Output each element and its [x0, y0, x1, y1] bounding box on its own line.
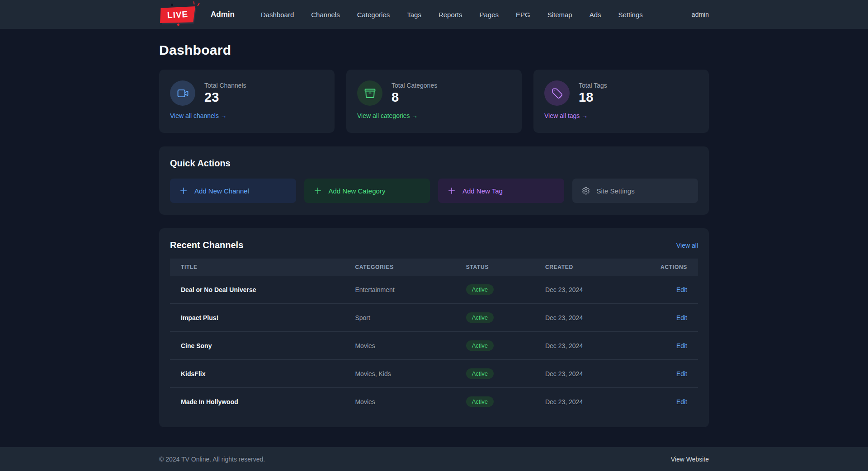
stats-grid: Total Channels 23 View all channels → To…	[159, 70, 709, 133]
quick-action-label: Site Settings	[597, 187, 635, 195]
nav-channels[interactable]: Channels	[311, 11, 340, 19]
archive-box-icon	[357, 80, 382, 106]
channel-categories: Entertainment	[344, 276, 455, 304]
channel-title: Made In Hollywood	[170, 388, 344, 416]
stat-card-total-tags: Total Tags 18 View all tags →	[533, 70, 709, 133]
stat-value: 18	[579, 90, 607, 105]
add-new-tag-button[interactable]: Add New Tag	[438, 179, 564, 203]
nav-sitemap[interactable]: Sitemap	[547, 11, 572, 19]
stat-card-total-categories: Total Categories 8 View all categories →	[346, 70, 522, 133]
recent-channels-table: TITLE CATEGORIES STATUS CREATED ACTIONS …	[170, 259, 698, 415]
nav-dashboard[interactable]: Dashboard	[261, 11, 294, 19]
column-header-status: STATUS	[455, 259, 534, 276]
nav-categories[interactable]: Categories	[357, 11, 390, 19]
status-badge: Active	[466, 396, 494, 407]
plus-icon	[313, 186, 322, 195]
quick-actions-panel: Quick Actions Add New Channel Add New Ca…	[159, 146, 709, 215]
channel-categories: Movies	[344, 388, 455, 416]
nav-tags[interactable]: Tags	[407, 11, 421, 19]
logo-flag-shape: LIVE	[160, 6, 195, 23]
view-all-categories-link[interactable]: View all categories →	[357, 112, 418, 119]
view-all-link[interactable]: View all	[676, 242, 698, 249]
table-row: KidsFlix Movies, Kids Active Dec 23, 202…	[170, 360, 698, 388]
logo-spark-tick	[193, 1, 194, 5]
quick-action-label: Add New Channel	[194, 187, 249, 195]
stat-value: 23	[204, 90, 246, 105]
quick-actions-title: Quick Actions	[170, 158, 698, 169]
edit-link[interactable]: Edit	[676, 286, 687, 293]
status-badge: Active	[466, 368, 494, 379]
logo-spark-tick	[197, 3, 200, 6]
nav-pages[interactable]: Pages	[479, 11, 499, 19]
top-navigation-bar: LIVE Admin Dashboard Channels Categories…	[0, 0, 868, 29]
channel-created: Dec 23, 2024	[534, 332, 645, 360]
page-title: Dashboard	[159, 42, 709, 58]
site-settings-button[interactable]: Site Settings	[572, 179, 698, 203]
channel-created: Dec 23, 2024	[534, 388, 645, 416]
channel-title: Impact Plus!	[170, 304, 344, 332]
site-footer: © 2024 TV Online. All rights reserved. V…	[0, 447, 868, 471]
table-row: Deal or No Deal Universe Entertainment A…	[170, 276, 698, 304]
column-header-title: TITLE	[170, 259, 344, 276]
channel-categories: Movies	[344, 332, 455, 360]
channel-created: Dec 23, 2024	[534, 276, 645, 304]
stat-value: 8	[392, 90, 437, 105]
quick-action-label: Add New Category	[329, 187, 386, 195]
column-header-created: CREATED	[534, 259, 645, 276]
recent-channels-title: Recent Channels	[170, 240, 243, 250]
view-website-link[interactable]: View Website	[671, 456, 709, 463]
main-nav: Dashboard Channels Categories Tags Repor…	[261, 11, 692, 19]
channel-categories: Movies, Kids	[344, 360, 455, 388]
column-header-actions: ACTIONS	[645, 259, 698, 276]
copyright-text: © 2024 TV Online. All rights reserved.	[159, 456, 265, 463]
quick-action-label: Add New Tag	[462, 187, 503, 195]
table-row: Made In Hollywood Movies Active Dec 23, …	[170, 388, 698, 416]
nav-settings[interactable]: Settings	[618, 11, 643, 19]
logo-text: LIVE	[167, 9, 188, 20]
stat-label: Total Categories	[392, 82, 437, 89]
plus-icon	[179, 186, 188, 195]
channel-title: KidsFlix	[170, 360, 344, 388]
channel-created: Dec 23, 2024	[534, 360, 645, 388]
edit-link[interactable]: Edit	[676, 370, 687, 377]
live-logo[interactable]: LIVE	[159, 5, 198, 24]
nav-epg[interactable]: EPG	[516, 11, 530, 19]
nav-reports[interactable]: Reports	[439, 11, 462, 19]
channel-created: Dec 23, 2024	[534, 304, 645, 332]
gear-icon	[581, 186, 590, 195]
edit-link[interactable]: Edit	[676, 398, 687, 405]
recent-channels-panel: Recent Channels View all TITLE CATEGORIE…	[159, 228, 709, 427]
add-new-channel-button[interactable]: Add New Channel	[170, 179, 296, 203]
logo-spark-dot	[177, 24, 179, 26]
nav-ads[interactable]: Ads	[590, 11, 601, 19]
edit-link[interactable]: Edit	[676, 314, 687, 321]
logo-spark-dot	[171, 4, 173, 6]
status-badge: Active	[466, 312, 494, 323]
brand-label: Admin	[211, 10, 235, 19]
table-row: Impact Plus! Sport Active Dec 23, 2024 E…	[170, 304, 698, 332]
tag-icon	[544, 80, 570, 106]
video-camera-icon	[170, 80, 195, 106]
table-header-row: TITLE CATEGORIES STATUS CREATED ACTIONS	[170, 259, 698, 276]
status-badge: Active	[466, 340, 494, 351]
channel-title: Deal or No Deal Universe	[170, 276, 344, 304]
stat-label: Total Tags	[579, 82, 607, 89]
channel-categories: Sport	[344, 304, 455, 332]
add-new-category-button[interactable]: Add New Category	[304, 179, 430, 203]
view-all-channels-link[interactable]: View all channels →	[170, 112, 227, 119]
status-badge: Active	[466, 284, 494, 295]
table-row: Cine Sony Movies Active Dec 23, 2024 Edi…	[170, 332, 698, 360]
channel-title: Cine Sony	[170, 332, 344, 360]
view-all-tags-link[interactable]: View all tags →	[544, 112, 588, 119]
stat-label: Total Channels	[204, 82, 246, 89]
plus-icon	[447, 186, 456, 195]
edit-link[interactable]: Edit	[676, 342, 687, 349]
stat-card-total-channels: Total Channels 23 View all channels →	[159, 70, 335, 133]
user-menu[interactable]: admin	[692, 11, 709, 18]
column-header-categories: CATEGORIES	[344, 259, 455, 276]
